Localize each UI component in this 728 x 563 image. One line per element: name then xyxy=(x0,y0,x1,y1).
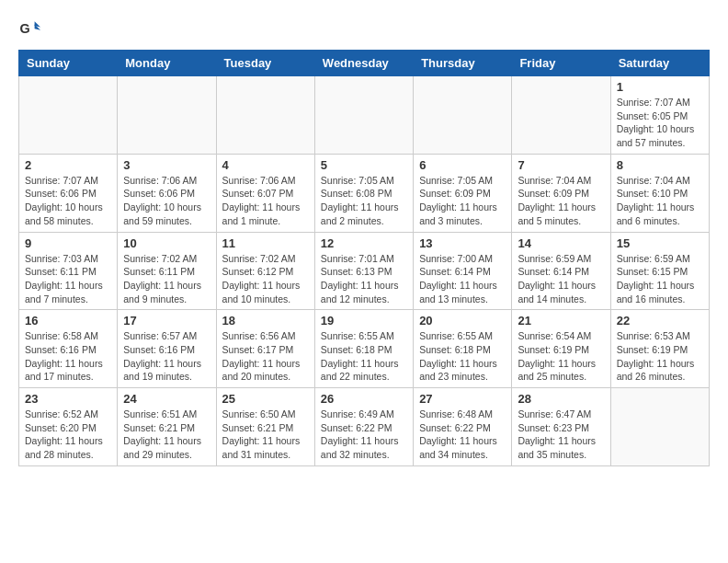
header: G xyxy=(18,18,710,40)
day-info: Sunrise: 7:02 AM Sunset: 6:12 PM Dayligh… xyxy=(222,252,309,306)
calendar-cell: 5Sunrise: 7:05 AM Sunset: 6:08 PM Daylig… xyxy=(314,154,413,232)
day-number: 23 xyxy=(25,392,111,406)
header-saturday: Saturday xyxy=(610,51,709,76)
header-tuesday: Tuesday xyxy=(216,51,314,76)
day-number: 25 xyxy=(222,392,309,406)
day-number: 9 xyxy=(25,236,111,250)
header-wednesday: Wednesday xyxy=(314,51,413,76)
day-info: Sunrise: 6:47 AM Sunset: 6:23 PM Dayligh… xyxy=(518,408,604,462)
day-info: Sunrise: 7:01 AM Sunset: 6:13 PM Dayligh… xyxy=(321,252,407,306)
calendar-cell: 14Sunrise: 6:59 AM Sunset: 6:14 PM Dayli… xyxy=(512,232,610,310)
calendar-cell: 24Sunrise: 6:51 AM Sunset: 6:21 PM Dayli… xyxy=(118,388,216,466)
day-number: 10 xyxy=(123,236,210,250)
day-info: Sunrise: 6:59 AM Sunset: 6:14 PM Dayligh… xyxy=(518,252,604,306)
day-number: 14 xyxy=(518,236,604,250)
calendar-cell: 19Sunrise: 6:55 AM Sunset: 6:18 PM Dayli… xyxy=(314,310,413,388)
day-number: 4 xyxy=(222,158,309,172)
day-info: Sunrise: 6:55 AM Sunset: 6:18 PM Dayligh… xyxy=(419,329,506,384)
day-number: 7 xyxy=(518,158,604,172)
day-info: Sunrise: 6:53 AM Sunset: 6:19 PM Dayligh… xyxy=(617,329,703,384)
calendar-cell: 16Sunrise: 6:58 AM Sunset: 6:16 PM Dayli… xyxy=(19,310,118,388)
calendar-cell xyxy=(19,76,118,155)
day-number: 22 xyxy=(617,314,703,327)
calendar-cell: 27Sunrise: 6:48 AM Sunset: 6:22 PM Dayli… xyxy=(414,388,512,466)
calendar-cell: 12Sunrise: 7:01 AM Sunset: 6:13 PM Dayli… xyxy=(314,232,413,310)
calendar-cell: 22Sunrise: 6:53 AM Sunset: 6:19 PM Dayli… xyxy=(610,310,709,388)
calendar-cell: 6Sunrise: 7:05 AM Sunset: 6:09 PM Daylig… xyxy=(414,154,512,232)
day-number: 16 xyxy=(25,314,111,327)
day-info: Sunrise: 7:06 AM Sunset: 6:06 PM Dayligh… xyxy=(123,174,210,228)
day-number: 2 xyxy=(25,158,111,172)
day-info: Sunrise: 6:55 AM Sunset: 6:18 PM Dayligh… xyxy=(321,329,407,384)
calendar-cell xyxy=(610,388,709,466)
calendar-cell: 4Sunrise: 7:06 AM Sunset: 6:07 PM Daylig… xyxy=(216,154,314,232)
calendar-cell: 11Sunrise: 7:02 AM Sunset: 6:12 PM Dayli… xyxy=(216,232,314,310)
day-info: Sunrise: 6:59 AM Sunset: 6:15 PM Dayligh… xyxy=(617,252,703,306)
day-number: 12 xyxy=(321,236,407,250)
day-number: 21 xyxy=(518,314,604,327)
day-info: Sunrise: 7:05 AM Sunset: 6:08 PM Dayligh… xyxy=(321,174,407,228)
day-info: Sunrise: 6:58 AM Sunset: 6:16 PM Dayligh… xyxy=(25,329,111,384)
calendar-cell: 18Sunrise: 6:56 AM Sunset: 6:17 PM Dayli… xyxy=(216,310,314,388)
day-number: 24 xyxy=(123,392,210,406)
day-info: Sunrise: 6:54 AM Sunset: 6:19 PM Dayligh… xyxy=(518,329,604,384)
day-number: 28 xyxy=(518,392,604,406)
calendar-week-row: 2Sunrise: 7:07 AM Sunset: 6:06 PM Daylig… xyxy=(19,154,710,232)
day-number: 11 xyxy=(222,236,309,250)
day-number: 17 xyxy=(123,314,210,327)
calendar-cell xyxy=(118,76,216,155)
calendar-cell xyxy=(512,76,610,155)
day-info: Sunrise: 7:04 AM Sunset: 6:10 PM Dayligh… xyxy=(617,174,703,228)
calendar-cell: 7Sunrise: 7:04 AM Sunset: 6:09 PM Daylig… xyxy=(512,154,610,232)
day-number: 1 xyxy=(617,80,703,94)
calendar-header-row: SundayMondayTuesdayWednesdayThursdayFrid… xyxy=(19,51,710,76)
day-info: Sunrise: 6:57 AM Sunset: 6:16 PM Dayligh… xyxy=(123,329,210,384)
calendar-cell: 23Sunrise: 6:52 AM Sunset: 6:20 PM Dayli… xyxy=(19,388,118,466)
svg-text:G: G xyxy=(20,21,30,36)
calendar-cell xyxy=(314,76,413,155)
calendar-cell: 26Sunrise: 6:49 AM Sunset: 6:22 PM Dayli… xyxy=(314,388,413,466)
header-sunday: Sunday xyxy=(19,51,118,76)
calendar-cell: 21Sunrise: 6:54 AM Sunset: 6:19 PM Dayli… xyxy=(512,310,610,388)
calendar-week-row: 9Sunrise: 7:03 AM Sunset: 6:11 PM Daylig… xyxy=(19,232,710,310)
calendar-cell: 15Sunrise: 6:59 AM Sunset: 6:15 PM Dayli… xyxy=(610,232,709,310)
day-number: 27 xyxy=(419,392,506,406)
day-number: 18 xyxy=(222,314,309,327)
day-info: Sunrise: 6:56 AM Sunset: 6:17 PM Dayligh… xyxy=(222,329,309,384)
calendar-cell: 2Sunrise: 7:07 AM Sunset: 6:06 PM Daylig… xyxy=(19,154,118,232)
header-monday: Monday xyxy=(118,51,216,76)
calendar-cell: 13Sunrise: 7:00 AM Sunset: 6:14 PM Dayli… xyxy=(414,232,512,310)
day-info: Sunrise: 6:48 AM Sunset: 6:22 PM Dayligh… xyxy=(419,408,506,462)
calendar-cell: 25Sunrise: 6:50 AM Sunset: 6:21 PM Dayli… xyxy=(216,388,314,466)
day-number: 6 xyxy=(419,158,506,172)
calendar-cell xyxy=(216,76,314,155)
day-number: 3 xyxy=(123,158,210,172)
calendar-cell: 10Sunrise: 7:02 AM Sunset: 6:11 PM Dayli… xyxy=(118,232,216,310)
day-info: Sunrise: 7:00 AM Sunset: 6:14 PM Dayligh… xyxy=(419,252,506,306)
calendar-week-row: 16Sunrise: 6:58 AM Sunset: 6:16 PM Dayli… xyxy=(19,310,710,388)
header-thursday: Thursday xyxy=(414,51,512,76)
day-number: 15 xyxy=(617,236,703,250)
calendar-cell: 17Sunrise: 6:57 AM Sunset: 6:16 PM Dayli… xyxy=(118,310,216,388)
calendar-cell: 8Sunrise: 7:04 AM Sunset: 6:10 PM Daylig… xyxy=(610,154,709,232)
day-number: 20 xyxy=(419,314,506,327)
day-info: Sunrise: 7:03 AM Sunset: 6:11 PM Dayligh… xyxy=(25,252,111,306)
calendar-cell xyxy=(414,76,512,155)
calendar-table: SundayMondayTuesdayWednesdayThursdayFrid… xyxy=(18,50,710,466)
day-info: Sunrise: 7:06 AM Sunset: 6:07 PM Dayligh… xyxy=(222,174,309,228)
day-info: Sunrise: 7:05 AM Sunset: 6:09 PM Dayligh… xyxy=(419,174,506,228)
day-info: Sunrise: 6:49 AM Sunset: 6:22 PM Dayligh… xyxy=(321,408,407,462)
header-friday: Friday xyxy=(512,51,610,76)
calendar-cell: 20Sunrise: 6:55 AM Sunset: 6:18 PM Dayli… xyxy=(414,310,512,388)
day-info: Sunrise: 7:07 AM Sunset: 6:06 PM Dayligh… xyxy=(25,174,111,228)
day-number: 19 xyxy=(321,314,407,327)
calendar-cell: 3Sunrise: 7:06 AM Sunset: 6:06 PM Daylig… xyxy=(118,154,216,232)
day-number: 5 xyxy=(321,158,407,172)
day-info: Sunrise: 7:04 AM Sunset: 6:09 PM Dayligh… xyxy=(518,174,604,228)
day-number: 26 xyxy=(321,392,407,406)
day-info: Sunrise: 7:02 AM Sunset: 6:11 PM Dayligh… xyxy=(123,252,210,306)
day-number: 8 xyxy=(617,158,703,172)
calendar-week-row: 1Sunrise: 7:07 AM Sunset: 6:05 PM Daylig… xyxy=(19,76,710,155)
calendar-cell: 9Sunrise: 7:03 AM Sunset: 6:11 PM Daylig… xyxy=(19,232,118,310)
day-info: Sunrise: 7:07 AM Sunset: 6:05 PM Dayligh… xyxy=(617,96,703,150)
